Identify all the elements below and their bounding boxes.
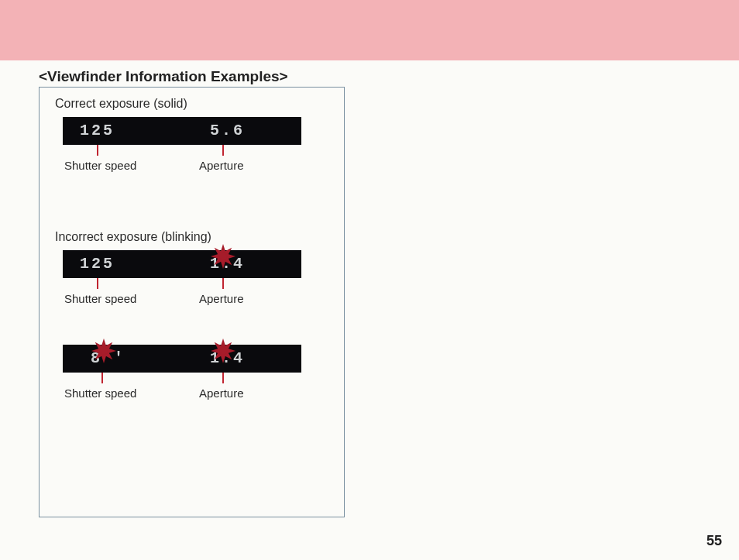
aperture-label: Aperture	[199, 159, 244, 172]
lcd-incorrect-1: 125 1.4	[63, 250, 301, 278]
pointer-icon	[222, 278, 224, 289]
pointer-icon	[97, 278, 98, 289]
aperture-label: Aperture	[199, 387, 244, 400]
lcd-shutter-value: 125	[80, 255, 115, 273]
page-number: 55	[706, 533, 722, 549]
lcd-incorrect-2: 8'' 1.4	[63, 345, 301, 373]
incorrect-heading: Incorrect exposure (blinking)	[55, 230, 335, 244]
section-title: <Viewfinder Information Examples>	[39, 68, 288, 85]
lcd-aperture-value: 5.6	[210, 122, 245, 139]
labels-incorrect-2: Shutter speed Aperture	[63, 373, 301, 413]
lcd-shutter-value: 125	[80, 122, 115, 139]
pointer-icon	[97, 145, 98, 156]
header-bar	[0, 0, 739, 60]
shutter-label: Shutter speed	[64, 292, 136, 305]
pointer-icon	[222, 145, 224, 156]
pointer-icon	[101, 373, 103, 383]
lcd-correct: 125 5.6	[63, 117, 301, 145]
lcd-aperture-value: 1.4	[210, 255, 245, 273]
labels-incorrect-1: Shutter speed Aperture	[63, 278, 301, 318]
shutter-label: Shutter speed	[64, 159, 136, 172]
pointer-icon	[222, 373, 224, 383]
shutter-label: Shutter speed	[64, 387, 136, 400]
examples-panel: Correct exposure (solid) 125 5.6 Shutter…	[39, 87, 345, 517]
lcd-shutter-value: 8''	[91, 349, 125, 367]
lcd-aperture-value: 1.4	[210, 349, 245, 367]
aperture-label: Aperture	[199, 292, 244, 305]
labels-correct: Shutter speed Aperture	[63, 145, 301, 185]
correct-heading: Correct exposure (solid)	[55, 97, 335, 111]
